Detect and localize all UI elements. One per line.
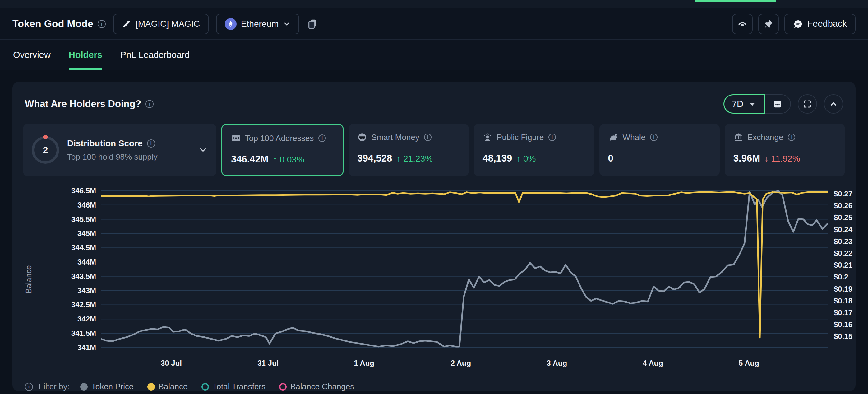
chart-filter-row: Filter by: Token Price Balance Total Tra… <box>23 382 845 392</box>
distribution-score-gauge: 2 <box>32 136 59 164</box>
card-change: ↑ 0% <box>516 154 536 164</box>
date-axis-tick: 1 Aug <box>354 359 374 368</box>
price-axis-tick: $0.25 <box>834 213 852 222</box>
fullscreen-button[interactable] <box>798 94 817 114</box>
price-axis-tick: $0.26 <box>834 201 852 210</box>
info-icon[interactable] <box>424 134 432 141</box>
card-title: Top 100 Addresses <box>245 134 314 143</box>
tab-pnl-leaderboard[interactable]: PnL Leaderboard <box>120 40 190 70</box>
page-title: Token God Mode <box>12 18 93 30</box>
range-selector[interactable]: 7D <box>723 94 765 114</box>
price-axis-tick: $0.19 <box>834 285 852 293</box>
info-icon[interactable] <box>549 134 556 141</box>
holder-stat-cards: 2 Distribution Score Top 100 hold 98% su… <box>23 124 845 176</box>
tab-overview[interactable]: Overview <box>13 40 51 70</box>
card-top-100-addresses[interactable]: Top 100 Addresses 346.42M ↑ 0.03% <box>221 124 344 176</box>
price-axis-tick: $0.21 <box>834 261 852 270</box>
price-axis-tick: $0.17 <box>834 308 852 317</box>
bank-icon <box>733 132 743 142</box>
chevron-down-icon[interactable] <box>198 145 208 155</box>
card-title: Exchange <box>747 133 783 142</box>
info-icon <box>25 383 33 391</box>
chevron-down-icon <box>283 20 290 28</box>
tab-holders[interactable]: Holders <box>69 40 102 70</box>
pin-icon <box>764 19 774 29</box>
holders-panel: What Are Holders Doing? 7D <box>12 82 856 391</box>
card-smart-money[interactable]: Smart Money 394,528 ↑ 21.23% <box>348 124 469 176</box>
legend-item-token-price[interactable]: Token Price <box>80 382 134 392</box>
pin-button[interactable] <box>758 14 779 34</box>
card-exchange[interactable]: Exchange 3.96M ↓ 11.92% <box>725 124 845 176</box>
price-axis-tick: $0.16 <box>834 320 852 329</box>
legend-label: Total Transfers <box>213 382 266 392</box>
card-value: 346.42M <box>231 154 269 165</box>
holders-chart[interactable]: Balance Token Price 346.5M346M345.5M345M… <box>23 188 845 375</box>
chevron-up-icon <box>829 99 838 109</box>
legend-swatch <box>80 383 88 391</box>
feedback-button[interactable]: Feedback <box>784 14 856 34</box>
fullscreen-icon <box>803 99 812 109</box>
ethereum-icon <box>225 18 237 30</box>
chevron-down-icon <box>748 100 756 108</box>
filter-by-label: Filter by: <box>38 382 70 392</box>
legend-swatch <box>279 383 287 391</box>
date-axis-tick: 4 Aug <box>643 359 663 368</box>
price-axis-tick: $0.15 <box>834 332 852 341</box>
balance-axis-tick: 344M <box>23 258 96 266</box>
token-select-button[interactable]: [MAGIC] MAGIC <box>113 14 209 34</box>
gauge-indicator-dot <box>43 135 48 139</box>
distribution-score-subtitle: Top 100 hold 98% supply <box>67 152 190 162</box>
panel-info-icon[interactable] <box>146 100 154 108</box>
legend-item-balance[interactable]: Balance <box>147 382 188 392</box>
smart-money-icon <box>357 132 367 142</box>
info-icon[interactable] <box>147 139 155 147</box>
top-progress-bar <box>695 0 776 2</box>
chat-icon <box>793 19 803 29</box>
public-figure-icon <box>483 132 492 142</box>
series-token-price <box>101 191 828 347</box>
chain-select[interactable]: Ethereum <box>216 14 299 34</box>
price-axis-tick: $0.22 <box>834 249 852 258</box>
price-axis-tick: $0.27 <box>834 190 852 198</box>
tab-bar: Overview Holders PnL Leaderboard <box>0 40 868 71</box>
legend-item-balance-changes[interactable]: Balance Changes <box>279 382 354 392</box>
collapse-button[interactable] <box>824 94 843 114</box>
header-actions: Feedback <box>732 14 856 34</box>
distribution-score-value: 2 <box>43 145 48 155</box>
chart-plot-area[interactable] <box>101 188 828 353</box>
card-distribution-score[interactable]: 2 Distribution Score Top 100 hold 98% su… <box>23 124 216 176</box>
legend-item-total-transfers[interactable]: Total Transfers <box>202 382 266 392</box>
balance-axis-tick: 342.5M <box>23 300 96 309</box>
range-value: 7D <box>732 99 743 109</box>
card-change: ↑ 21.23% <box>396 154 433 164</box>
copy-address-icon[interactable] <box>307 18 318 30</box>
info-icon[interactable] <box>650 134 657 141</box>
balance-axis-tick: 343.5M <box>23 272 96 281</box>
watch-button[interactable] <box>732 14 753 34</box>
card-public-figure[interactable]: Public Figure 48,139 ↑ 0% <box>474 124 594 176</box>
balance-axis-tick: 342M <box>23 315 96 323</box>
whale-icon <box>608 132 619 142</box>
price-axis-tick: $0.23 <box>834 237 852 246</box>
banknote-icon <box>231 133 241 143</box>
date-axis-tick: 5 Aug <box>739 359 759 368</box>
calendar-button[interactable] <box>765 94 791 114</box>
card-title: Smart Money <box>371 133 420 142</box>
info-icon[interactable] <box>318 135 326 142</box>
legend-swatch <box>147 383 155 391</box>
date-axis-tick: 30 Jul <box>161 359 182 368</box>
card-change: ↓ 11.92% <box>765 154 800 164</box>
balance-axis-tick: 345.5M <box>23 215 96 224</box>
card-title: Public Figure <box>496 133 544 142</box>
feedback-label: Feedback <box>807 19 847 29</box>
balance-axis-tick: 343M <box>23 286 96 295</box>
card-title: Whale <box>623 133 646 142</box>
date-axis-tick: 2 Aug <box>451 359 471 368</box>
card-whale[interactable]: Whale 0 <box>599 124 720 176</box>
info-icon[interactable] <box>98 20 106 28</box>
eye-icon <box>737 19 748 29</box>
legend-label: Balance <box>159 382 188 392</box>
legend-label: Token Price <box>91 382 134 392</box>
balance-axis-tick: 345M <box>23 229 96 238</box>
info-icon[interactable] <box>788 134 795 141</box>
